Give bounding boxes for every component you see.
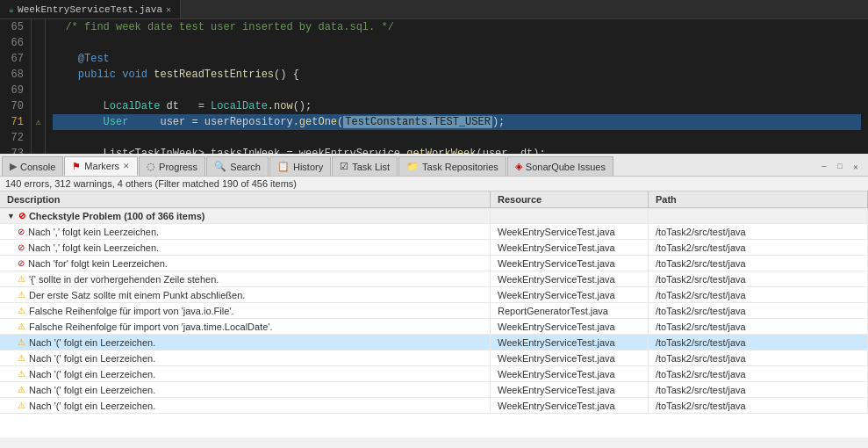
tab-progress[interactable]: ◌ Progress [139,156,205,176]
progress-icon: ◌ [147,161,155,172]
tab-sonarqube[interactable]: ◈ SonarQube Issues [507,156,613,176]
close-panel-button[interactable]: ✕ [849,160,863,174]
col-description[interactable]: Description [0,191,491,207]
markers-icon: ⚑ [72,161,81,172]
tab-progress-label: Progress [159,162,197,172]
row-path: /toTask2/src/test/java [649,287,868,302]
code-line-71: User user = userRepository.getOne(TestCo… [53,114,861,130]
table-row[interactable]: ⚠ Nach '(' folgt ein Leerzeichen. WeekEn… [0,398,868,414]
col-resource[interactable]: Resource [491,191,649,207]
error-icon: ⊘ [18,242,25,252]
row-desc: ⚠ Falsche Reihenfolge für import von 'ja… [0,303,491,318]
row-resource: WeekEntryServiceTest.java [491,319,649,334]
group-description: ▼ ⊘ Checkstyle Problem (100 of 366 items… [0,208,491,223]
row-resource: WeekEntryServiceTest.java [491,335,649,350]
row-desc: ⚠ Falsche Reihenfolge für import von 'ja… [0,319,491,334]
minimize-button[interactable]: — [817,160,831,174]
row-resource: WeekEntryServiceTest.java [491,398,649,413]
warn-icon: ⚠ [18,401,25,410]
task-repos-icon: 📁 [406,161,419,172]
group-resource [491,208,649,223]
warn-icon: ⚠ [18,306,25,315]
table-header: Description Resource Path [0,191,868,208]
file-icon: ☕ [9,4,14,15]
table-row[interactable]: ⚠ Falsche Reihenfolge für import von 'ja… [0,319,868,335]
warn-icon: ⚠ [18,274,25,284]
error-icon: ⊘ [18,227,25,236]
code-line-73: List<TaskInWeek> tasksInWeek = weekEntry… [53,146,861,154]
warn-icon: ⚠ [18,322,25,331]
row-resource: WeekEntryServiceTest.java [491,350,649,365]
tab-task-list[interactable]: ☑ Task List [332,156,398,176]
code-editor: ☕ WeekEntryServiceTest.java ✕ 65 66 67 6… [0,0,868,154]
table-row[interactable]: ▼ ⊘ Checkstyle Problem (100 of 366 items… [0,208,868,224]
markers-table[interactable]: Description Resource Path ▼ ⊘ Checkstyle… [0,191,868,437]
code-line-66 [53,35,861,51]
table-row[interactable]: ⚠ Nach '(' folgt ein Leerzeichen. WeekEn… [0,382,868,398]
editor-tab[interactable]: ☕ WeekEntryServiceTest.java ✕ [0,0,181,18]
status-text: 140 errors, 312 warnings, 4 others (Filt… [5,178,297,189]
row-path: /toTask2/src/test/java [649,398,868,413]
status-bar: 140 errors, 312 warnings, 4 others (Filt… [0,177,868,191]
tab-task-repos-label: Task Repositories [422,162,499,172]
warn-icon: ⚠ [18,337,25,347]
tab-console[interactable]: ▶ Console [2,156,63,176]
code-line-72 [53,130,861,146]
tab-console-label: Console [20,162,55,172]
row-resource: WeekEntryServiceTest.java [491,256,649,271]
row-path: /toTask2/src/test/java [649,256,868,271]
tab-markers-close[interactable]: ✕ [123,162,130,170]
tab-bar: ▶ Console ⚑ Markers ✕ ◌ Progress 🔍 Searc… [0,154,868,177]
code-line-67: @Test [53,51,861,67]
editor-tab-bar: ☕ WeekEntryServiceTest.java ✕ [0,0,868,19]
group-error-icon: ⊘ [18,211,25,220]
table-row[interactable]: ⚠ Nach '(' folgt ein Leerzeichen. WeekEn… [0,366,868,382]
line-numbers: 65 66 67 68 69 70 71 72 73 [0,19,32,154]
tab-markers-label: Markers [84,161,119,171]
tab-history[interactable]: 📋 History [269,156,331,176]
tab-search[interactable]: 🔍 Search [206,156,269,176]
expand-icon[interactable]: ▼ [7,212,15,220]
col-path[interactable]: Path [649,191,868,207]
code-line-65: /* find week date test user inserted by … [53,19,861,35]
row-desc: ⊘ Nach 'for' folgt kein Leerzeichen. [0,256,491,271]
row-path: /toTask2/src/test/java [649,271,868,286]
error-icon: ⊘ [18,258,25,268]
code-lines: /* find week date test user inserted by … [46,19,868,154]
table-row[interactable]: ⊘ Nach 'for' folgt kein Leerzeichen. Wee… [0,256,868,271]
row-desc: ⚠ Nach '(' folgt ein Leerzeichen. [0,335,491,350]
code-content: 65 66 67 68 69 70 71 72 73 ⚠ /* find wee… [0,19,868,154]
row-resource: WeekEntryServiceTest.java [491,382,649,397]
maximize-button[interactable]: □ [833,160,847,174]
table-row[interactable]: ⚠ '{' sollte in der vorhergehenden Zeile… [0,271,868,287]
tab-markers[interactable]: ⚑ Markers ✕ [64,156,138,176]
tab-search-label: Search [230,162,261,172]
table-row[interactable]: ⚠ Nach '(' folgt ein Leerzeichen. WeekEn… [0,350,868,366]
table-row[interactable]: ⚠ Nach '(' folgt ein Leerzeichen. WeekEn… [0,335,868,350]
row-resource: WeekEntryServiceTest.java [491,287,649,302]
row-desc: ⊘ Nach ',' folgt kein Leerzeichen. [0,224,491,239]
row-desc: ⚠ Nach '(' folgt ein Leerzeichen. [0,382,491,397]
row-desc: ⚠ Nach '(' folgt ein Leerzeichen. [0,366,491,381]
close-icon[interactable]: ✕ [166,4,171,15]
row-path: /toTask2/src/test/java [649,303,868,318]
warn-icon: ⚠ [18,385,25,394]
tab-history-label: History [293,162,323,172]
row-resource: WeekEntryServiceTest.java [491,271,649,286]
tab-actions: — □ ✕ [814,160,866,176]
table-row[interactable]: ⊘ Nach ',' folgt kein Leerzeichen. WeekE… [0,240,868,256]
bottom-panel: ▶ Console ⚑ Markers ✕ ◌ Progress 🔍 Searc… [0,154,868,437]
tab-sonarqube-label: SonarQube Issues [526,162,606,172]
warn-icon: ⚠ [18,290,25,300]
search-icon: 🔍 [214,161,226,172]
tab-task-repos[interactable]: 📁 Task Repositories [398,156,506,176]
table-row[interactable]: ⊘ Nach ',' folgt kein Leerzeichen. WeekE… [0,224,868,240]
console-icon: ▶ [10,161,17,172]
sonarqube-icon: ◈ [515,161,522,172]
table-row[interactable]: ⚠ Falsche Reihenfolge für import von 'ja… [0,303,868,319]
history-icon: 📋 [277,161,290,172]
row-resource: ReportGeneratorTest.java [491,303,649,318]
row-path: /toTask2/src/test/java [649,350,868,365]
row-desc: ⚠ Der erste Satz sollte mit einem Punkt … [0,287,491,302]
table-row[interactable]: ⚠ Der erste Satz sollte mit einem Punkt … [0,287,868,303]
